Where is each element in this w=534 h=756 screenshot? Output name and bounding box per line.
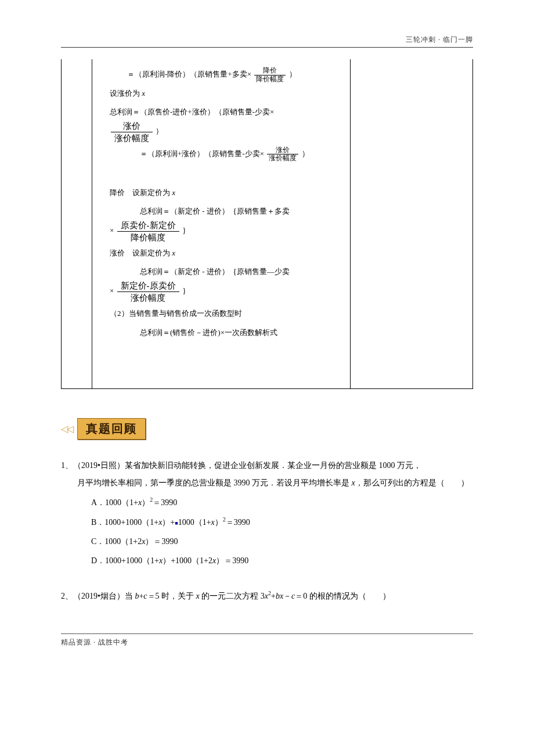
triangle-icon: ◁◁ [61,423,73,434]
question-stem: 2、（2019•烟台）当 b+c＝5 时，关于 x 的一元二次方程 3x2+bx… [61,587,473,604]
frac-num: 新定价-原卖价 [117,280,179,292]
section-badge: 真题回顾 [77,418,146,440]
text: 总利润＝（新定价 - 进价）｛原销售量—少卖 [140,267,290,276]
text: 总利润＝（原售价-进价+涨价）（原销售量-少卖× [110,107,274,116]
text: ＝5 时，关于 [147,591,196,600]
option-c: C．1000（1+2x）＝3990 [61,533,473,550]
frac-den: 涨价幅度 [267,154,298,162]
option-d: D．1000+1000（1+x）+1000（1+2x）＝3990 [61,552,473,569]
fraction: 原卖价-新定价 降价幅度 [117,220,179,243]
document-page: 三轮冲刺 · 临门一脚 ＝（原利润-降价）（原销售量+多卖× 降价 降价幅度 ）… [0,0,534,671]
formula-line: ＝（原利润+涨价）（原销售量-少卖× 涨价 涨价幅度 ） [99,146,343,163]
fraction: 新定价-原卖价 涨价幅度 [117,280,179,303]
formula-line: （2）当销售量与销售价成一次函数型时 [99,305,343,322]
frac-num: 降价 [254,67,286,75]
text: 月平均增长率相同，第一季度的总营业额是 3990 万元．若设月平均增长率是 [77,478,352,487]
formula-line: 降价 设新定价为 x [99,185,343,201]
text: × [110,286,114,295]
question-source: （2019•烟台） [73,591,125,600]
text: ＝0 的根的情况为（ ） [295,591,391,600]
text: ，那么可列出的方程是（ ） [355,478,469,487]
fraction: 降价 降价幅度 [254,67,286,82]
text: 总利润＝（新定价 - 进价）｛原销售量＋多卖 [140,207,290,215]
formula-line: 总利润＝（新定价 - 进价）｛原销售量＋多卖 [99,203,343,220]
var-x: x [172,188,175,197]
formula-line: 总利润＝（原售价-进价+涨价）（原销售量-少卖× [99,104,343,121]
formula-line: 总利润＝(销售价－进价)×一次函数解析式 [99,325,343,341]
fraction: 涨价 涨价幅度 [111,121,153,143]
spacer [99,165,343,182]
table-right-empty [351,59,473,389]
exp: 2 [268,590,271,596]
option-b: B．1000+1000（1+x）+■1000（1+x）2＝3990 [61,513,473,531]
formula-line: 设涨价为 x [99,85,343,102]
option-a: A．1000（1+x）2＝3990 [61,494,473,511]
text: 涨价 设新定价为 [110,249,172,257]
frac-den: 降价幅度 [117,232,179,243]
frac-den: 涨价幅度 [117,292,179,303]
spacer [99,343,343,384]
formula-line: 总利润＝（新定价 - 进价）｛原销售量—少卖 [99,264,343,280]
text: 总利润＝(销售价－进价)×一次函数解析式 [140,328,277,337]
page-header-right: 三轮冲刺 · 临门一脚 [61,35,473,48]
frac-den: 降价幅度 [254,75,286,83]
formula-line: 涨价 涨价幅度 ） [99,121,343,143]
question-1: 1、（2019•日照）某省加快新旧动能转换，促进企业创新发展．某企业一月份的营业… [61,457,473,570]
fraction: 涨价 涨价幅度 [267,146,298,162]
var-x: x [280,591,283,600]
question-number: 2、 [61,591,73,600]
text: ＝（原利润-降价）（原销售量+多卖× [127,70,251,78]
var: b [276,591,280,600]
text: 设涨价为 [110,89,142,98]
frac-num: 原卖价-新定价 [117,220,179,232]
question-stem-line2: 月平均增长率相同，第一季度的总营业额是 3990 万元．若设月平均增长率是 x，… [61,474,473,491]
text: （2）当销售量与销售价成一次函数型时 [110,309,242,318]
text: ） [289,70,297,78]
var-x: x [142,89,145,98]
question-stem: 1、（2019•日照）某省加快新旧动能转换，促进企业创新发展．某企业一月份的营业… [61,457,473,474]
question-number: 1、 [61,461,73,470]
text: 当 [125,591,135,600]
text: 降价 设新定价为 [110,188,172,197]
text: ｝ [182,226,190,235]
question-2: 2、（2019•烟台）当 b+c＝5 时，关于 x 的一元二次方程 3x2+bx… [61,587,473,604]
frac-den: 涨价幅度 [111,132,153,143]
frac-num: 涨价 [111,121,153,132]
page-footer: 精品资源 · 战胜中考 [61,633,473,647]
formula-table: ＝（原利润-降价）（原销售量+多卖× 降价 降价幅度 ） 设涨价为 x 总利润＝… [61,59,473,389]
text: 的一元二次方程 3 [200,591,265,600]
text: ） [156,127,163,135]
formula-line: 涨价 设新定价为 x [99,245,343,262]
text: ｝ [182,286,190,295]
var-x: x [172,249,175,257]
text: ） [302,149,309,158]
text: × [110,226,114,235]
formula-line: × 原卖价-新定价 降价幅度 ｝ [99,220,343,243]
table-formula-cell: ＝（原利润-降价）（原销售量+多卖× 降价 降价幅度 ） 设涨价为 x 总利润＝… [92,59,351,389]
formula-line: ＝（原利润-降价）（原销售量+多卖× 降价 降价幅度 ） [99,66,343,83]
question-source: （2019•日照） [73,461,125,470]
text: ＝（原利润+涨价）（原销售量-少卖× [140,149,264,158]
formula-line: × 新定价-原卖价 涨价幅度 ｝ [99,280,343,303]
section-header: ◁◁ 真题回顾 [61,418,473,440]
var: b [135,591,139,600]
table-left-stub [62,59,92,389]
frac-num: 涨价 [267,146,298,154]
text: 某省加快新旧动能转换，促进企业创新发展．某企业一月份的营业额是 1000 万元， [125,461,421,470]
